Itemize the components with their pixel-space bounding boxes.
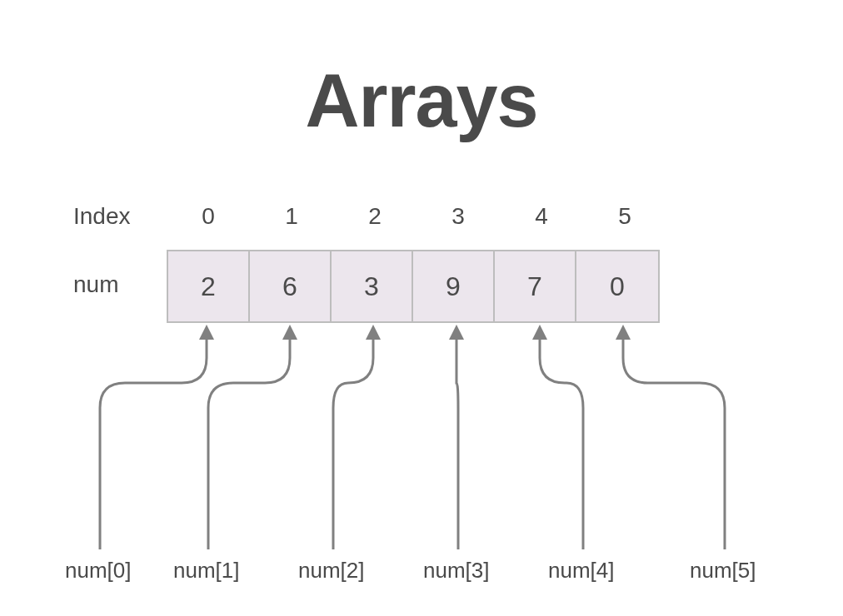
array-cell: 7 bbox=[495, 251, 576, 321]
index-value: 0 bbox=[167, 203, 250, 230]
index-value: 5 bbox=[583, 203, 666, 230]
reference-label: num[5] bbox=[690, 558, 756, 584]
reference-label: num[4] bbox=[548, 558, 615, 584]
reference-label: num[3] bbox=[423, 558, 490, 584]
array-cell: 2 bbox=[168, 251, 250, 321]
index-value: 4 bbox=[500, 203, 583, 230]
index-row: 0 1 2 3 4 5 bbox=[167, 203, 666, 230]
index-label: Index bbox=[73, 203, 131, 230]
index-value: 1 bbox=[250, 203, 333, 230]
index-value: 3 bbox=[417, 203, 500, 230]
reference-label: num[1] bbox=[173, 558, 240, 584]
array-cell: 0 bbox=[576, 251, 658, 321]
array-cells: 2 6 3 9 7 0 bbox=[167, 250, 660, 323]
array-cell: 9 bbox=[413, 251, 495, 321]
diagram-title: Arrays bbox=[0, 58, 843, 144]
reference-label: num[2] bbox=[298, 558, 365, 584]
index-value: 2 bbox=[333, 203, 417, 230]
array-name-label: num bbox=[73, 271, 118, 298]
array-cell: 3 bbox=[332, 251, 413, 321]
reference-label: num[0] bbox=[65, 558, 132, 584]
array-cell: 6 bbox=[250, 251, 332, 321]
diagram-canvas: Arrays Index num 0 1 2 3 4 5 2 6 3 9 7 0 bbox=[0, 0, 843, 616]
